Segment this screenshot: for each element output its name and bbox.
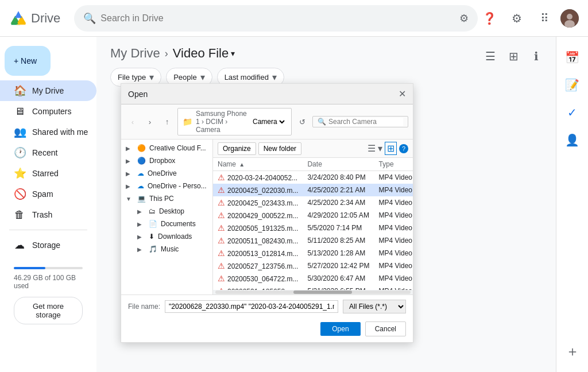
- toggle-icon: ▶: [137, 246, 145, 253]
- toggle-icon: ▶: [126, 145, 134, 152]
- cell-name: ⚠2020-03-24-2040052...: [213, 171, 303, 184]
- table-row[interactable]: ⚠20200425_022030.m... 4/25/2020 2:21 AM …: [213, 184, 413, 196]
- cell-name: ⚠20200425_023433.m...: [213, 196, 303, 209]
- table-row[interactable]: ⚠20200429_000522.m... 4/29/2020 12:05 AM…: [213, 209, 413, 222]
- dialog-tree: ▶ 🟠 Creative Cloud F... ▶ 🔵 Dropbox ▶ ☁ …: [121, 140, 213, 294]
- scrollbar-thumb[interactable]: [293, 290, 352, 294]
- table-header: Name ▲ Date Type Size Tags: [213, 158, 413, 171]
- cell-date: 5/30/2020 6:47 AM: [303, 272, 374, 285]
- col-date[interactable]: Date: [303, 158, 374, 171]
- dialog-file-toolbar: Organize New folder ☰ ▾ ⊞ ?: [213, 140, 413, 158]
- tree-item-onedrive[interactable]: ▶ ☁ OneDrive: [121, 167, 212, 180]
- dialog-overlay: Open ✕ ‹ › ↑ 📁 Samsung Phone 1 › DCIM › …: [0, 0, 588, 372]
- tree-item-dropbox[interactable]: ▶ 🔵 Dropbox: [121, 154, 212, 167]
- back-button[interactable]: ‹: [126, 115, 140, 129]
- tree-item-onedrive-personal[interactable]: ▶ ☁ OneDrive - Perso...: [121, 180, 212, 192]
- search-dialog-icon: 🔍: [318, 118, 326, 126]
- tree-item-icon: ⬇: [149, 232, 154, 241]
- up-button[interactable]: ↑: [160, 115, 174, 129]
- file-icon: ⚠: [218, 211, 225, 220]
- file-filter-select[interactable]: All Files (*.*): [343, 300, 406, 313]
- cell-name: ⚠20200531_185658 ...: [213, 285, 303, 290]
- tree-item-label: Music: [161, 245, 179, 253]
- path-dropdown[interactable]: Camera: [250, 117, 287, 126]
- table-row[interactable]: ⚠20200425_023433.m... 4/25/2020 2:34 AM …: [213, 196, 413, 209]
- file-icon: ⚠: [218, 173, 225, 182]
- tree-item-downloads[interactable]: ▶ ⬇ Downloads: [121, 230, 212, 243]
- path-box[interactable]: 📁 Samsung Phone 1 › DCIM › Camera Camera: [177, 108, 292, 135]
- filename-input[interactable]: [165, 300, 338, 313]
- tree-item-icon: ☁: [137, 182, 144, 190]
- refresh-button[interactable]: ↺: [295, 115, 309, 129]
- col-type[interactable]: Type: [374, 158, 413, 171]
- cell-type: MP4 Video File (V...: [374, 209, 413, 222]
- new-folder-button[interactable]: New folder: [258, 142, 301, 155]
- list-view-icon[interactable]: ☰: [368, 143, 376, 154]
- file-icon: ⚠: [218, 274, 225, 283]
- tree-item-label: Desktop: [159, 207, 184, 215]
- scrollbar-track: [215, 290, 411, 294]
- table-row[interactable]: ⚠20200513_012814.m... 5/13/2020 1:28 AM …: [213, 247, 413, 259]
- dialog-file-table: Name ▲ Date Type Size Tags ⚠2020-03-24-2…: [213, 158, 413, 290]
- tree-item-this-pc[interactable]: ▼ 💻 This PC: [121, 192, 212, 205]
- detail-view-icon[interactable]: ⊞: [385, 142, 397, 155]
- cell-name: ⚠20200511_082430.m...: [213, 234, 303, 247]
- open-dialog: Open ✕ ‹ › ↑ 📁 Samsung Phone 1 › DCIM › …: [121, 83, 413, 343]
- search-box[interactable]: 🔍: [312, 116, 408, 127]
- filename-label: File name:: [128, 303, 160, 311]
- cell-name: ⚠20200505_191325.m...: [213, 222, 303, 234]
- sort-icon: ▲: [239, 161, 245, 168]
- toggle-icon: ▶: [126, 158, 134, 164]
- dialog-search-input[interactable]: [328, 118, 403, 126]
- tree-item-label: OneDrive - Perso...: [148, 182, 207, 190]
- table-row[interactable]: ⚠2020-03-24-2040052... 3/24/2020 8:40 PM…: [213, 171, 413, 184]
- cell-date: 4/25/2020 2:34 AM: [303, 196, 374, 209]
- cell-type: MP4 Video File (V...: [374, 196, 413, 209]
- cell-name: ⚠20200425_022030.m...: [213, 184, 303, 196]
- toggle-icon: ▶: [126, 170, 134, 177]
- cell-date: 5/5/2020 7:14 PM: [303, 222, 374, 234]
- dialog-close-button[interactable]: ✕: [399, 88, 406, 99]
- dialog-footer-buttons: Open Cancel: [121, 318, 413, 342]
- dialog-footer-filename: File name: All Files (*.*): [121, 294, 413, 318]
- tree-item-label: OneDrive: [148, 169, 177, 177]
- cancel-button[interactable]: Cancel: [365, 321, 406, 336]
- cell-date: 5/31/2020 6:55 PM: [303, 285, 374, 290]
- tree-item-label: Downloads: [158, 232, 192, 241]
- toggle-icon: ▶: [126, 183, 134, 189]
- horizontal-scrollbar[interactable]: [213, 290, 413, 294]
- cell-name: ⚠20200530_064722.m...: [213, 272, 303, 285]
- tree-item-icon: 💻: [137, 195, 146, 203]
- forward-button[interactable]: ›: [143, 115, 157, 129]
- tree-item-documents[interactable]: ▶ 📄 Documents: [121, 218, 212, 230]
- dialog-file-area: Organize New folder ☰ ▾ ⊞ ? Na: [213, 140, 413, 294]
- tree-item-desktop[interactable]: ▶ 🗂 Desktop: [121, 205, 212, 218]
- table-row[interactable]: ⚠20200531_185658 ... 5/31/2020 6:55 PM M…: [213, 285, 413, 290]
- cell-date: 5/11/2020 8:25 AM: [303, 234, 374, 247]
- table-row[interactable]: ⚠20200527_123756.m... 5/27/2020 12:42 PM…: [213, 259, 413, 272]
- table-header-row: Name ▲ Date Type Size Tags: [213, 158, 413, 171]
- table-row[interactable]: ⚠20200530_064722.m... 5/30/2020 6:47 AM …: [213, 272, 413, 285]
- tree-item-creative-cloud[interactable]: ▶ 🟠 Creative Cloud F...: [121, 142, 212, 154]
- app-container: Drive 🔍 ⚙ ❓ ⚙ ⠿ + New: [0, 0, 588, 372]
- open-button[interactable]: Open: [320, 322, 360, 336]
- view-options-icon[interactable]: ▾: [378, 143, 382, 154]
- table-row[interactable]: ⚠20200511_082430.m... 5/11/2020 8:25 AM …: [213, 234, 413, 247]
- tree-item-icon: 🎵: [149, 245, 157, 253]
- toggle-icon: ▶: [137, 208, 145, 215]
- cell-type: MP4 Video File (V...: [374, 247, 413, 259]
- cell-type: MP4 Video File (V...: [374, 222, 413, 234]
- file-list-table: Name ▲ Date Type Size Tags ⚠2020-03-24-2…: [213, 158, 413, 290]
- file-icon: ⚠: [218, 185, 225, 195]
- col-name[interactable]: Name ▲: [213, 158, 303, 171]
- path-folder-icon: 📁: [183, 117, 192, 126]
- file-icon: ⚠: [218, 249, 225, 258]
- help-dialog-icon[interactable]: ?: [399, 144, 408, 153]
- cell-type: MP4 Video File (V...: [374, 259, 413, 272]
- tree-item-label: This PC: [149, 195, 174, 203]
- organize-button[interactable]: Organize: [218, 142, 256, 155]
- tree-item-music[interactable]: ▶ 🎵 Music: [121, 243, 212, 255]
- table-row[interactable]: ⚠20200505_191325.m... 5/5/2020 7:14 PM M…: [213, 222, 413, 234]
- cell-date: 3/24/2020 8:40 PM: [303, 171, 374, 184]
- cell-name: ⚠20200527_123756.m...: [213, 259, 303, 272]
